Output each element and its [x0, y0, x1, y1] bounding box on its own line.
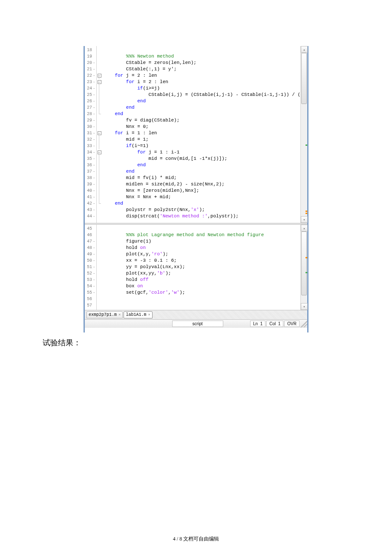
scroll-track-1[interactable] [301, 53, 307, 216]
line-number: 46 [85, 232, 96, 238]
fold-cell[interactable]: − [97, 72, 102, 79]
tab-label: lab1A1.m [126, 312, 146, 317]
code-line[interactable]: xx = -3 : 0.1 : 6; [102, 257, 307, 264]
fold-cell [97, 136, 102, 143]
code-line[interactable]: for j = 1 : i-1 [102, 149, 307, 156]
code-line[interactable]: set(gcf,'color','w'); [102, 289, 307, 296]
code-line[interactable]: for i = 2 : len [102, 79, 307, 85]
file-tab-bar: exmp2p7p1.m×lab1A1.m× [85, 310, 307, 319]
fold-cell [97, 47, 102, 53]
line-number: 25- [85, 92, 96, 98]
code-pane-2: 454647-48-49-50-51-52-53-54-55-5657 %%% … [85, 225, 307, 310]
line-number: 38- [85, 175, 96, 181]
line-number: 51- [85, 264, 96, 270]
code-line[interactable]: mid = conv(mid,[1 -1*x(j)]); [102, 156, 307, 162]
line-number: 32- [85, 136, 96, 143]
close-icon[interactable]: × [118, 313, 121, 317]
line-number: 49- [85, 251, 96, 257]
line-number: 23- [85, 79, 96, 85]
code-line[interactable]: figure(1) [102, 238, 307, 245]
code-area-1[interactable]: %%% Newton method CStable = zeros(len,le… [102, 46, 307, 223]
code-line[interactable]: end [102, 111, 307, 117]
fold-cell [97, 238, 102, 245]
code-area-2[interactable]: %%% plot Lagrange method and Newton meth… [102, 225, 307, 310]
matlab-editor-window: 181920-21-22-23-24-25-26-27-28-29-30-31-… [84, 46, 308, 332]
code-line[interactable]: if(i~=1) [102, 143, 307, 149]
fold-cell[interactable]: − [97, 130, 102, 136]
code-line[interactable] [102, 296, 307, 302]
vertical-scrollbar-2[interactable]: ▴ ▾ [300, 225, 307, 310]
code-line[interactable]: mid = fv(i) * mid; [102, 175, 307, 181]
line-number: 40- [85, 188, 96, 194]
code-line[interactable]: midlen = size(mid,2) - size(Nnx,2); [102, 181, 307, 188]
fold-column-1: −−−− [97, 46, 102, 223]
fold-cell [97, 143, 102, 149]
code-line[interactable]: CStable(i,j) = (CStable(i,j-1) - CStable… [102, 92, 307, 98]
line-number: 20- [85, 60, 96, 66]
code-line[interactable]: mid = 1; [102, 136, 307, 143]
code-line[interactable]: plot(xx,yy,'b'); [102, 270, 307, 277]
fold-cell [97, 245, 102, 251]
code-line[interactable]: hold off [102, 277, 307, 283]
code-line[interactable]: box on [102, 283, 307, 289]
code-marker [306, 213, 307, 214]
fold-cell [97, 111, 102, 117]
code-line[interactable]: plot(x,y,'ro'); [102, 251, 307, 257]
code-line[interactable] [102, 302, 307, 309]
fold-cell [97, 194, 102, 200]
line-number: 48- [85, 245, 96, 251]
code-line[interactable]: for j = 2 : len [102, 72, 307, 79]
code-line[interactable] [102, 47, 307, 53]
line-number: 26- [85, 98, 96, 104]
code-line[interactable]: end [102, 98, 307, 104]
code-line[interactable]: polystr = poly2str(Nnx,'x'); [102, 207, 307, 213]
line-number: 43- [85, 207, 96, 213]
fold-cell [97, 162, 102, 168]
line-number: 28- [85, 111, 96, 117]
vertical-scrollbar-1[interactable]: ▴ ▾ [300, 46, 307, 223]
line-number: 56 [85, 296, 96, 302]
file-tab[interactable]: exmp2p7p1.m× [86, 311, 123, 318]
code-line[interactable]: fv = diag(CStable); [102, 117, 307, 124]
fold-cell [97, 283, 102, 289]
code-line[interactable]: hold on [102, 245, 307, 251]
close-icon[interactable]: × [148, 313, 150, 317]
scroll-down-button[interactable]: ▾ [301, 303, 308, 310]
code-line[interactable] [102, 225, 307, 232]
code-line[interactable]: Nnx = Nnx + mid; [102, 194, 307, 200]
scroll-up-button[interactable]: ▴ [301, 225, 308, 231]
scroll-thumb-2[interactable] [301, 231, 307, 295]
resize-corner[interactable] [300, 321, 307, 327]
fold-cell[interactable]: − [97, 149, 102, 156]
fold-cell[interactable]: − [97, 79, 102, 85]
code-line[interactable]: disp(strcat('Newton method :',polystr)); [102, 213, 307, 220]
scroll-down-button[interactable]: ▾ [301, 216, 308, 223]
code-line[interactable]: for i = 1 : len [102, 130, 307, 136]
code-line[interactable]: %%% plot Lagrange method and Newton meth… [102, 232, 307, 238]
fold-cell [97, 200, 102, 207]
code-line[interactable]: end [102, 200, 307, 207]
code-line[interactable]: end [102, 162, 307, 168]
code-line[interactable]: end [102, 104, 307, 111]
code-line[interactable]: end [102, 168, 307, 175]
fold-cell [97, 104, 102, 111]
code-line[interactable]: yy = polyval(Lnx,xx); [102, 264, 307, 270]
scroll-thumb-1[interactable] [301, 53, 307, 104]
scroll-track-2[interactable] [301, 231, 307, 303]
line-number: 55- [85, 289, 96, 296]
code-line[interactable]: CStable = zeros(len,len); [102, 60, 307, 66]
line-number: 22- [85, 72, 96, 79]
line-number: 41- [85, 194, 96, 200]
code-line[interactable]: Nnx = [zeros(midlen),Nnx]; [102, 188, 307, 194]
scroll-up-button[interactable]: ▴ [301, 46, 308, 53]
fold-cell [97, 117, 102, 124]
file-tab[interactable]: lab1A1.m× [124, 311, 152, 318]
code-line[interactable]: Nnx = 0; [102, 124, 307, 130]
code-line[interactable]: if(i>=j) [102, 85, 307, 92]
line-number: 45 [85, 225, 96, 232]
code-line[interactable]: CStable(:,1) = y'; [102, 66, 307, 72]
code-marker [306, 257, 307, 258]
tab-label: exmp2p7p1.m [89, 312, 117, 317]
page-footer: 4 / 8 文档可自由编辑 [0, 535, 392, 543]
code-line[interactable]: %%% Newton method [102, 53, 307, 60]
